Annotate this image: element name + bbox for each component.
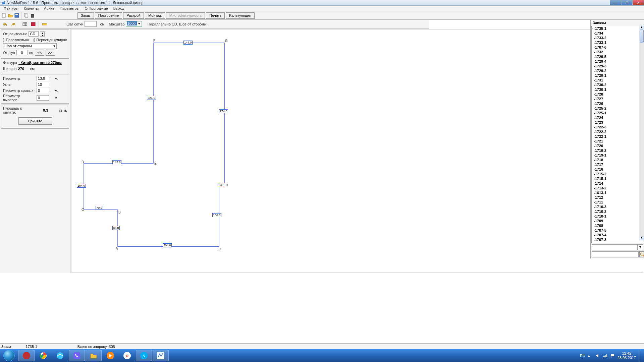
filter-select[interactable]: ▾ xyxy=(592,244,643,250)
close-button[interactable]: ✕ xyxy=(633,0,644,5)
order-item[interactable]: -1714 xyxy=(592,181,643,186)
snap-icon[interactable] xyxy=(30,21,37,27)
save-icon[interactable] xyxy=(14,13,19,18)
order-item[interactable]: -1707-6 xyxy=(592,45,643,50)
show-desktop-button[interactable] xyxy=(639,350,641,362)
menu-item[interactable]: Фактуры xyxy=(1,6,21,11)
order-item[interactable]: -1731 xyxy=(592,78,643,82)
taskbar-chrome[interactable] xyxy=(35,350,51,361)
order-item[interactable]: -1720 xyxy=(592,143,643,148)
grid-icon[interactable] xyxy=(21,21,29,27)
scroll-thumb[interactable] xyxy=(640,29,644,43)
relative-value[interactable]: CD xyxy=(29,31,39,37)
order-item[interactable]: -1713-2 xyxy=(592,186,643,190)
delete-icon[interactable] xyxy=(30,13,35,18)
tab-mount[interactable]: Монтаж xyxy=(145,12,165,19)
tray-show-hidden-icon[interactable]: ▴ xyxy=(588,353,593,358)
tab-print[interactable]: Печать xyxy=(206,12,225,19)
order-item[interactable]: -1729-1 xyxy=(592,73,643,78)
order-item[interactable]: -1728 xyxy=(592,92,643,97)
order-item[interactable]: -1716 xyxy=(592,167,643,172)
taskbar-yandex[interactable]: Я xyxy=(119,350,135,361)
menu-item[interactable]: Параметры xyxy=(57,6,82,11)
taskbar-ie[interactable] xyxy=(52,350,68,361)
order-item[interactable]: -1729-5 xyxy=(592,54,643,59)
seam-select[interactable]: Шов от стороны▾ xyxy=(3,43,57,49)
order-item[interactable]: -1721 xyxy=(592,139,643,143)
order-item[interactable]: -1709 xyxy=(592,219,643,223)
taskbar-media[interactable] xyxy=(102,350,118,361)
order-item[interactable]: -1729-2 xyxy=(592,68,643,73)
volume-icon[interactable] xyxy=(595,353,600,358)
new-icon[interactable] xyxy=(1,13,7,18)
order-item[interactable]: -1707-4 xyxy=(592,233,643,237)
order-item[interactable]: -1734 xyxy=(592,31,643,36)
maximize-button[interactable]: ☐ xyxy=(621,0,633,5)
order-item[interactable]: -1722-1 xyxy=(592,134,643,139)
menu-item[interactable]: Выход xyxy=(111,6,127,11)
order-item[interactable]: -1711 xyxy=(592,200,643,204)
taskbar-app[interactable] xyxy=(18,350,35,361)
scale-select[interactable]: 1000▾ xyxy=(126,21,142,27)
undo-icon[interactable] xyxy=(1,21,9,27)
order-item[interactable]: -1732 xyxy=(592,50,643,54)
drawing-canvas[interactable]: F G E D C B A H J 144.0 221.0 274.0 143.… xyxy=(71,29,643,273)
system-tray[interactable]: RU ▴ 12:42 23.03.2017 xyxy=(577,350,644,362)
order-item[interactable]: -1723 xyxy=(592,120,643,125)
offset-inc-button[interactable]: >> xyxy=(46,50,55,56)
tab-order[interactable]: Заказ xyxy=(77,12,94,19)
order-item[interactable]: -1719-1 xyxy=(592,153,643,158)
copy-icon[interactable] xyxy=(23,13,29,18)
menu-item[interactable]: Архив xyxy=(42,6,57,11)
grid-step-input[interactable] xyxy=(85,21,97,27)
order-item[interactable]: -1707-3 xyxy=(592,237,643,242)
clock[interactable]: 12:42 23.03.2017 xyxy=(618,351,636,360)
order-item[interactable]: -1710-1 xyxy=(592,214,643,219)
order-item[interactable]: -1715-1 xyxy=(592,176,643,181)
taskbar-viber[interactable] xyxy=(69,350,85,361)
taskbar[interactable]: Я S RU ▴ 12:42 23.03.2017 xyxy=(0,349,644,362)
tab-calc[interactable]: Калькуляция xyxy=(226,12,255,19)
order-item[interactable]: -1729-4 xyxy=(592,59,643,64)
offset-dec-button[interactable]: << xyxy=(35,50,44,56)
spinner-icon[interactable]: ▲▼ xyxy=(40,32,45,37)
scroll-down-icon[interactable]: ▼ xyxy=(639,236,644,240)
order-item[interactable]: -1613-1 xyxy=(592,190,643,195)
offset-input[interactable]: 0 xyxy=(16,50,28,55)
order-item[interactable]: -1729-3 xyxy=(592,64,643,68)
order-item[interactable]: -1730-1 xyxy=(592,87,643,92)
order-item[interactable]: -1712 xyxy=(592,195,643,200)
order-item[interactable]: -1707-5 xyxy=(592,228,643,233)
redo-icon[interactable] xyxy=(10,21,17,27)
scroll-up-icon[interactable]: ▲ xyxy=(639,25,644,29)
order-item[interactable]: -1733-1 xyxy=(592,40,643,45)
order-item[interactable]: -1718 xyxy=(592,158,643,162)
order-item[interactable]: -1708 xyxy=(592,223,643,228)
order-item[interactable]: -1730-2 xyxy=(592,82,643,87)
order-item[interactable]: -1727 xyxy=(592,97,643,101)
radio-parallel[interactable] xyxy=(3,38,4,42)
order-item[interactable]: -1726 xyxy=(592,101,643,106)
menu-item[interactable]: Клиенты xyxy=(21,6,41,11)
open-icon[interactable] xyxy=(8,13,13,18)
order-item[interactable]: -1717 xyxy=(592,162,643,167)
tab-build[interactable]: Построение xyxy=(95,12,122,19)
order-item[interactable]: -1710-3 xyxy=(592,204,643,209)
accept-button[interactable]: Принято xyxy=(18,117,52,125)
orders-list[interactable]: -1735-1-1734-1733-2-1733-1-1707-6-1732-1… xyxy=(591,26,643,243)
menu-item[interactable]: О Программе xyxy=(83,6,110,11)
order-item[interactable]: -1719-2 xyxy=(592,148,643,153)
minimize-button[interactable]: — xyxy=(610,0,621,5)
order-item[interactable]: -1735-1 xyxy=(592,26,643,31)
order-item[interactable]: -1724 xyxy=(592,115,643,120)
taskbar-explorer[interactable] xyxy=(86,350,102,361)
order-item[interactable]: -1722-2 xyxy=(592,129,643,134)
taskbar-skype[interactable]: S xyxy=(136,350,152,361)
scrollbar[interactable]: ▲ ▼ xyxy=(639,25,644,240)
taskbar-current-app[interactable] xyxy=(153,350,169,361)
order-item[interactable]: -1733-2 xyxy=(592,36,643,40)
order-item[interactable]: -1725-2 xyxy=(592,106,643,111)
language-indicator[interactable]: RU xyxy=(580,354,585,358)
search-button[interactable] xyxy=(639,251,644,257)
search-input[interactable] xyxy=(592,251,639,257)
